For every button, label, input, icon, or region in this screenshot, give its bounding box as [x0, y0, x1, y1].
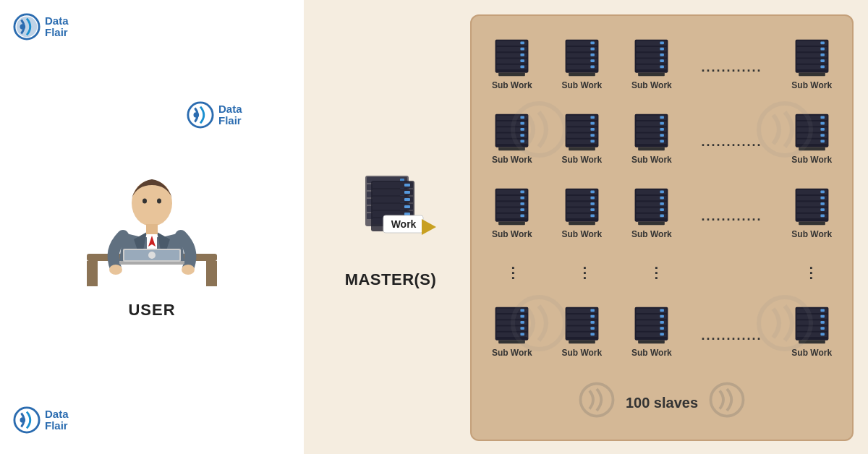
svg-rect-136 — [660, 140, 665, 142]
svg-rect-134 — [660, 128, 665, 131]
svg-rect-73 — [590, 47, 595, 50]
svg-rect-184 — [660, 214, 665, 217]
svg-rect-241 — [820, 315, 825, 318]
svg-rect-216 — [590, 309, 595, 312]
slave-label: Sub Work — [631, 229, 672, 239]
svg-rect-85 — [660, 47, 665, 50]
svg-rect-121 — [590, 122, 595, 125]
svg-point-1 — [20, 24, 26, 30]
svg-rect-111 — [521, 134, 525, 137]
slaves-row-3: Sub Work Sub Work Sub Work ............ … — [479, 187, 845, 239]
svg-rect-207 — [521, 327, 525, 330]
svg-point-2 — [188, 103, 213, 127]
row2-dots: ............ — [702, 127, 762, 150]
vdots-1: ⋮ — [493, 264, 533, 281]
svg-rect-221 — [569, 340, 595, 344]
svg-rect-243 — [820, 327, 825, 330]
slave-label: Sub Work — [561, 348, 602, 358]
logo-data-text-mid: Data — [218, 103, 242, 116]
svg-rect-96 — [820, 41, 825, 44]
svg-rect-245 — [799, 340, 825, 344]
svg-point-5 — [20, 417, 26, 423]
slave-node: Sub Work — [791, 113, 832, 165]
svg-rect-182 — [660, 202, 665, 205]
svg-rect-108 — [521, 116, 525, 119]
svg-rect-217 — [590, 315, 595, 318]
svg-rect-192 — [820, 190, 825, 193]
svg-rect-14 — [146, 224, 158, 234]
svg-rect-124 — [590, 140, 595, 142]
svg-rect-218 — [590, 321, 595, 324]
svg-rect-98 — [820, 53, 825, 56]
svg-rect-205 — [521, 315, 525, 318]
slave-node: Sub Work — [791, 187, 832, 239]
svg-rect-77 — [569, 72, 595, 76]
vdots-4: ⋮ — [791, 264, 830, 281]
svg-rect-149 — [799, 147, 825, 150]
svg-rect-208 — [521, 333, 525, 336]
slave-node: Sub Work — [631, 113, 672, 165]
person-icon — [80, 149, 224, 294]
slaves-row-4: Sub Work Sub Work Sub Work ............ … — [479, 306, 845, 358]
svg-rect-219 — [590, 327, 595, 330]
slave-node: Sub Work — [492, 38, 532, 90]
slave-label: Sub Work — [492, 80, 532, 90]
slave-label: Sub Work — [631, 348, 672, 358]
slave-node: Sub Work — [561, 187, 602, 239]
svg-rect-120 — [590, 116, 595, 119]
svg-rect-204 — [521, 309, 525, 312]
slave-node: Sub Work — [492, 113, 532, 165]
svg-rect-99 — [820, 59, 825, 62]
slaves-count-label: 100 slaves — [626, 395, 698, 411]
row1-dots: ............ — [702, 53, 762, 75]
svg-rect-87 — [660, 59, 665, 62]
svg-rect-185 — [639, 222, 665, 226]
logo-mid: Data Flair — [187, 101, 242, 129]
slave-label: Sub Work — [791, 229, 832, 239]
slave-label: Sub Work — [561, 229, 602, 239]
svg-point-246 — [580, 384, 613, 416]
user-figure: USER — [80, 149, 224, 320]
watermark-footer-right — [709, 382, 745, 421]
svg-rect-145 — [820, 122, 825, 125]
svg-rect-161 — [498, 222, 525, 226]
svg-rect-156 — [521, 190, 525, 193]
svg-rect-61 — [521, 47, 525, 50]
slaves-row-2: Sub Work Sub Work Sub Work ............ … — [479, 113, 845, 165]
svg-rect-168 — [590, 190, 595, 193]
svg-rect-172 — [590, 214, 595, 217]
svg-rect-157 — [521, 197, 525, 200]
logo-bottom-left: Data Flair — [13, 406, 69, 434]
svg-rect-41 — [404, 184, 410, 187]
svg-rect-158 — [521, 202, 525, 205]
master-label: MASTER(S) — [345, 270, 437, 289]
svg-rect-169 — [590, 197, 595, 200]
user-label: USER — [128, 301, 175, 320]
svg-point-4 — [14, 408, 39, 432]
svg-rect-7 — [87, 261, 98, 286]
svg-rect-170 — [590, 202, 595, 205]
row3-dots: ............ — [702, 202, 762, 224]
svg-rect-84 — [660, 41, 665, 44]
slave-node: Sub Work — [561, 113, 602, 165]
svg-rect-173 — [569, 222, 595, 226]
svg-rect-230 — [660, 321, 665, 324]
svg-rect-196 — [820, 214, 825, 217]
slave-node: Sub Work — [492, 187, 532, 239]
slave-label: Sub Work — [492, 155, 532, 165]
svg-rect-97 — [820, 47, 825, 50]
slave-label: Sub Work — [791, 80, 832, 90]
svg-rect-109 — [521, 122, 525, 125]
svg-rect-233 — [639, 340, 665, 344]
svg-rect-242 — [820, 321, 825, 324]
svg-rect-88 — [660, 65, 665, 68]
slave-label: Sub Work — [791, 348, 832, 358]
master-server-icon: Work — [344, 165, 438, 262]
svg-rect-171 — [590, 208, 595, 211]
svg-rect-112 — [521, 140, 525, 142]
svg-point-20 — [148, 252, 156, 259]
svg-rect-229 — [660, 315, 665, 318]
svg-rect-42 — [404, 191, 410, 194]
svg-rect-45 — [404, 213, 410, 215]
svg-rect-180 — [660, 190, 665, 193]
